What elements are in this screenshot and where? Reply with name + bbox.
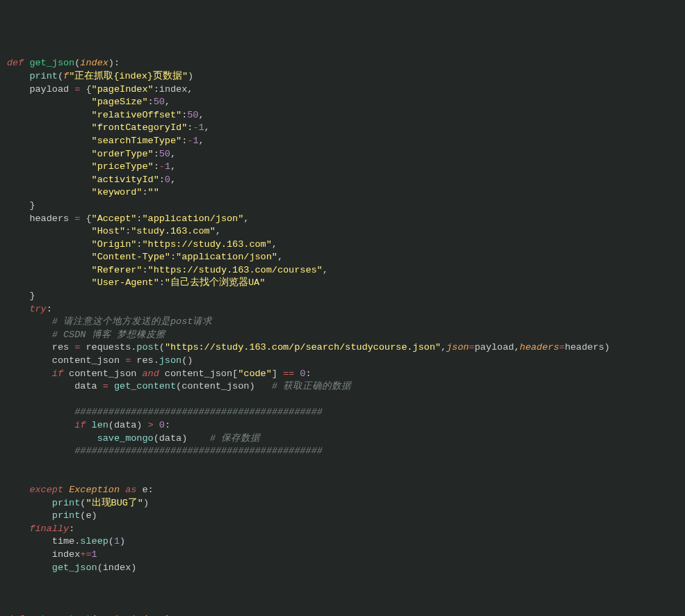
token-str: "application/json": [142, 213, 243, 224]
token-plain: content_json: [7, 355, 125, 366]
token-plain: [7, 149, 92, 159]
code-editor[interactable]: def get_json(index): print(f"正在抓取{index}…: [7, 57, 678, 616]
token-plain: [187, 433, 209, 444]
code-line[interactable]: "Host":"study.163.com",: [7, 225, 678, 238]
token-fncall: save_mongo: [97, 433, 154, 444]
token-plain: payload: [7, 84, 74, 95]
token-num: 1: [92, 549, 97, 560]
code-line[interactable]: finally:: [7, 523, 678, 536]
token-punc: :: [69, 524, 74, 534]
code-line[interactable]: "searchTimeType":-1,: [7, 135, 678, 148]
token-fncall: json: [159, 355, 182, 366]
code-line[interactable]: payload = {"pageIndex":index,: [7, 83, 678, 97]
code-line[interactable]: print("出现BUG了"): [7, 497, 678, 510]
code-line[interactable]: try:: [7, 303, 678, 316]
code-line[interactable]: content_json = res.json(): [7, 355, 678, 368]
token-punc: ,: [170, 161, 176, 172]
code-line[interactable]: "activityId":0,: [7, 174, 678, 187]
code-line[interactable]: time.sleep(1): [7, 535, 678, 549]
code-line[interactable]: "Origin":"https://study.163.com",: [7, 238, 678, 252]
token-param: index: [80, 58, 108, 68]
token-str: "application/json": [176, 252, 277, 262]
code-line[interactable]: }: [7, 290, 678, 303]
code-line[interactable]: print(f"正在抓取{index}页数据"): [7, 70, 678, 83]
code-line[interactable]: [7, 458, 678, 471]
token-punc: ,: [170, 175, 176, 185]
token-op: >: [148, 420, 154, 430]
code-line[interactable]: "keyword":"": [7, 186, 678, 200]
token-str: "https://study.163.com/courses": [148, 265, 323, 275]
token-num: 50: [187, 110, 198, 120]
code-line[interactable]: ########################################…: [7, 445, 678, 458]
token-plain: [277, 368, 283, 379]
token-str: "User-Agent": [92, 277, 159, 288]
code-line[interactable]: save_mongo(data) # 保存数据: [7, 432, 678, 446]
token-plain: [7, 122, 92, 133]
token-plain: [7, 524, 29, 534]
token-str: "searchTimeType": [92, 136, 182, 146]
token-kw: def: [7, 58, 29, 68]
code-line[interactable]: print(e): [7, 510, 678, 523]
token-punc: ,: [198, 110, 204, 120]
token-cmt: ########################################…: [74, 446, 322, 456]
token-op: ==: [283, 368, 294, 379]
token-param: f: [63, 71, 69, 81]
token-punc: :: [165, 420, 170, 430]
code-line[interactable]: except Exception as e:: [7, 484, 678, 497]
token-plain: [7, 510, 52, 521]
code-line[interactable]: data = get_content(content_json) # 获取正确的…: [7, 380, 678, 394]
code-line[interactable]: [7, 394, 678, 407]
code-line[interactable]: get_json(index): [7, 562, 678, 575]
token-plain: [7, 252, 92, 262]
code-line[interactable]: [7, 574, 678, 587]
token-str: "正在抓取{index}页数据": [69, 71, 188, 81]
code-line[interactable]: "Referer":"https://study.163.com/courses…: [7, 264, 678, 277]
token-kw: if: [74, 420, 86, 430]
token-plain: content_json: [182, 381, 249, 391]
token-punc: :: [114, 58, 120, 68]
token-op: +=: [80, 549, 91, 560]
code-line[interactable]: "pageSize":50,: [7, 96, 678, 109]
token-punc: ): [188, 71, 193, 81]
token-punc: ): [92, 510, 97, 521]
code-line[interactable]: "relativeOffset":50,: [7, 109, 678, 122]
code-line[interactable]: "priceType":-1,: [7, 161, 678, 174]
token-fncall: post: [136, 342, 159, 352]
token-kw: except: [29, 485, 63, 495]
code-line[interactable]: [7, 471, 678, 484]
code-line[interactable]: # 请注意这个地方发送的是post请求: [7, 316, 678, 329]
token-plain: e: [86, 510, 91, 521]
code-line[interactable]: res = requests.post("https://study.163.c…: [7, 341, 678, 355]
code-line[interactable]: headers = {"Accept":"application/json",: [7, 213, 678, 226]
token-punc: (: [58, 71, 63, 81]
token-plain: content_json: [159, 368, 232, 379]
code-line[interactable]: def get_json(index):: [7, 57, 678, 70]
code-line[interactable]: }: [7, 200, 678, 213]
code-line[interactable]: "Content-Type":"application/json",: [7, 251, 678, 264]
token-str: "orderType": [92, 149, 154, 159]
code-line[interactable]: if content_json and content_json["code"]…: [7, 368, 678, 381]
code-line[interactable]: def get_content(content_json):: [7, 613, 678, 616]
code-line[interactable]: "frontCategoryId":-1,: [7, 122, 678, 135]
code-line[interactable]: [7, 600, 678, 613]
token-plain: [7, 407, 74, 417]
token-punc: :: [305, 368, 311, 379]
code-line[interactable]: "orderType":50,: [7, 148, 678, 161]
code-line[interactable]: index+=1: [7, 549, 678, 562]
token-punc: {: [86, 213, 91, 224]
token-kw: as: [125, 485, 136, 495]
token-num: 50: [159, 149, 170, 159]
code-line[interactable]: # CSDN 博客 梦想橡皮擦: [7, 329, 678, 342]
code-line[interactable]: "User-Agent":"自己去找个浏览器UA": [7, 277, 678, 290]
code-line[interactable]: if len(data) > 0:: [7, 419, 678, 432]
token-fncall: sleep: [80, 536, 108, 546]
token-punc: ,: [187, 84, 193, 95]
token-punc: (): [182, 355, 193, 366]
token-str: "Accept": [92, 213, 137, 224]
code-line[interactable]: ########################################…: [7, 406, 678, 419]
token-punc: ,: [323, 265, 328, 275]
token-punc: [: [232, 368, 238, 379]
token-cmt: # 请注意这个地方发送的是post请求: [52, 316, 213, 327]
code-line[interactable]: [7, 587, 678, 601]
token-str: "": [148, 187, 159, 197]
